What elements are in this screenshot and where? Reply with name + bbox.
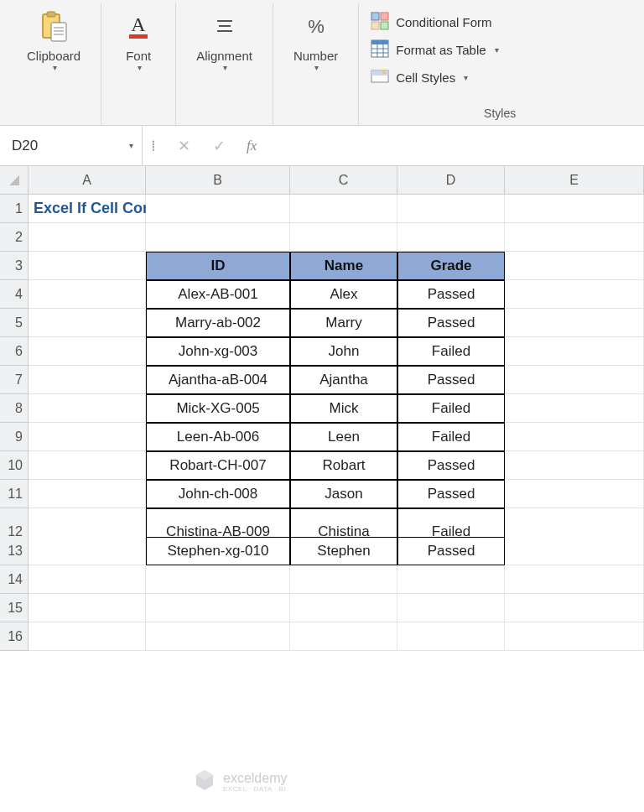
cell-A2[interactable] — [29, 223, 146, 252]
row-header-16[interactable]: 16 — [0, 622, 29, 651]
confirm-formula-button[interactable]: ✓ — [201, 137, 236, 155]
cell-E8[interactable] — [505, 394, 644, 423]
format-as-table-button[interactable]: Format as Table ▾ — [369, 36, 500, 64]
cell-C6[interactable]: John — [290, 337, 397, 366]
cell-D8[interactable]: Failed — [397, 394, 505, 423]
cell-E6[interactable] — [505, 337, 644, 366]
cell-B3[interactable]: ID — [146, 252, 290, 280]
cell-D5[interactable]: Passed — [397, 309, 505, 337]
cell-D15[interactable] — [397, 594, 505, 622]
cell-D11[interactable]: Passed — [397, 480, 505, 508]
cell-B1[interactable] — [146, 195, 290, 223]
row-header-8[interactable]: 8 — [0, 394, 29, 423]
cell-D13[interactable]: Passed — [397, 537, 505, 565]
cell-D9[interactable]: Failed — [397, 423, 505, 451]
cell-B4[interactable]: Alex-AB-001 — [146, 280, 290, 309]
paste-button[interactable]: Clipboard ▾ — [22, 7, 86, 75]
cell-A11[interactable] — [29, 480, 146, 508]
row-header-14[interactable]: 14 — [0, 565, 29, 594]
cell-B8[interactable]: Mick-XG-005 — [146, 394, 290, 423]
cell-A13[interactable] — [29, 537, 146, 565]
cell-D14[interactable] — [397, 565, 505, 594]
row-header-4[interactable]: 4 — [0, 280, 29, 309]
row-header-6[interactable]: 6 — [0, 337, 29, 366]
cell-B6[interactable]: John-xg-003 — [146, 337, 290, 366]
cell-C14[interactable] — [290, 565, 397, 594]
cell-A15[interactable] — [29, 594, 146, 622]
cell-B16[interactable] — [146, 622, 290, 651]
fx-icon[interactable]: fx — [236, 138, 267, 154]
cell-E1[interactable] — [505, 195, 644, 223]
cell-styles-button[interactable]: Cell Styles ▾ — [369, 64, 470, 91]
name-box[interactable]: D20 ▾ — [0, 126, 143, 165]
cell-A9[interactable] — [29, 423, 146, 451]
cell-B13[interactable]: Stephen-xg-010 — [146, 537, 290, 565]
cell-D4[interactable]: Passed — [397, 280, 505, 309]
row-header-3[interactable]: 3 — [0, 252, 29, 280]
cell-D7[interactable]: Passed — [397, 366, 505, 394]
cell-E16[interactable] — [505, 622, 644, 651]
row-header-13[interactable]: 13 — [0, 537, 29, 565]
cell-C9[interactable]: Leen — [290, 423, 397, 451]
cell-A10[interactable] — [29, 451, 146, 480]
cell-B9[interactable]: Leen-Ab-006 — [146, 423, 290, 451]
cell-C4[interactable]: Alex — [290, 280, 397, 309]
row-header-15[interactable]: 15 — [0, 594, 29, 622]
number-button[interactable]: % Number ▾ — [288, 7, 343, 75]
cell-E7[interactable] — [505, 366, 644, 394]
cell-E10[interactable] — [505, 451, 644, 480]
cell-C2[interactable] — [290, 223, 397, 252]
cell-C5[interactable]: Marry — [290, 309, 397, 337]
cell-A4[interactable] — [29, 280, 146, 309]
cell-D2[interactable] — [397, 223, 505, 252]
cell-B14[interactable] — [146, 565, 290, 594]
row-header-10[interactable]: 10 — [0, 451, 29, 480]
cell-C7[interactable]: Ajantha — [290, 366, 397, 394]
font-button[interactable]: A Font ▾ — [117, 7, 160, 75]
cell-E3[interactable] — [505, 252, 644, 280]
column-header-C[interactable]: C — [290, 166, 397, 195]
cell-C10[interactable]: Robart — [290, 451, 397, 480]
cell-E4[interactable] — [505, 280, 644, 309]
cell-E11[interactable] — [505, 480, 644, 508]
cell-B10[interactable]: Robart-CH-007 — [146, 451, 290, 480]
cell-C8[interactable]: Mick — [290, 394, 397, 423]
cell-E15[interactable] — [505, 594, 644, 622]
cell-B11[interactable]: John-ch-008 — [146, 480, 290, 508]
cell-A14[interactable] — [29, 565, 146, 594]
cell-C16[interactable] — [290, 622, 397, 651]
column-header-B[interactable]: B — [146, 166, 290, 195]
column-header-D[interactable]: D — [397, 166, 505, 195]
select-all-corner[interactable] — [0, 166, 29, 195]
conditional-formatting-button[interactable]: Conditional Form — [369, 8, 493, 36]
cell-D3[interactable]: Grade — [397, 252, 505, 280]
cell-B2[interactable] — [146, 223, 290, 252]
row-header-1[interactable]: 1 — [0, 195, 29, 223]
column-header-E[interactable]: E — [505, 166, 644, 195]
cell-C3[interactable]: Name — [290, 252, 397, 280]
cell-A7[interactable] — [29, 366, 146, 394]
alignment-button[interactable]: Alignment ▾ — [191, 7, 257, 75]
row-header-5[interactable]: 5 — [0, 309, 29, 337]
formula-input[interactable] — [267, 126, 644, 165]
cancel-formula-button[interactable]: ✕ — [166, 137, 201, 155]
row-header-9[interactable]: 9 — [0, 423, 29, 451]
cell-D16[interactable] — [397, 622, 505, 651]
cell-E2[interactable] — [505, 223, 644, 252]
cell-E9[interactable] — [505, 423, 644, 451]
row-header-11[interactable]: 11 — [0, 480, 29, 508]
cell-A3[interactable] — [29, 252, 146, 280]
cell-A6[interactable] — [29, 337, 146, 366]
cell-C15[interactable] — [290, 594, 397, 622]
cell-A1[interactable]: Excel If Cell Contains Specific Text — [29, 195, 146, 223]
column-header-A[interactable]: A — [29, 166, 146, 195]
cell-A16[interactable] — [29, 622, 146, 651]
cell-B5[interactable]: Marry-ab-002 — [146, 309, 290, 337]
cell-C1[interactable] — [290, 195, 397, 223]
cell-C13[interactable]: Stephen — [290, 537, 397, 565]
cell-A8[interactable] — [29, 394, 146, 423]
cell-E13[interactable] — [505, 537, 644, 565]
row-header-2[interactable]: 2 — [0, 223, 29, 252]
cell-D1[interactable] — [397, 195, 505, 223]
cell-D6[interactable]: Failed — [397, 337, 505, 366]
